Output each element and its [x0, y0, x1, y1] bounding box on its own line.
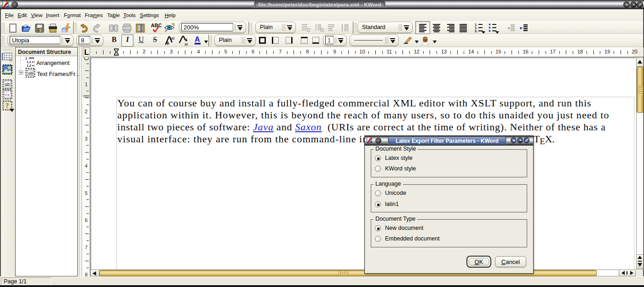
svg-text:aI: aI	[171, 36, 175, 41]
svg-text:1.: 1.	[25, 57, 28, 60]
svg-text:A: A	[195, 35, 200, 43]
svg-text:ABC: ABC	[151, 23, 161, 28]
svg-text:?: ?	[6, 102, 9, 109]
svg-text:2.: 2.	[475, 26, 477, 29]
svg-text:aI: aI	[184, 42, 188, 47]
svg-text:ab: ab	[5, 82, 11, 87]
svg-text:3.: 3.	[475, 29, 477, 33]
svg-text:1.1: 1.1	[27, 60, 31, 64]
svg-text:1.: 1.	[475, 23, 477, 26]
svg-text:1.2: 1.2	[27, 64, 31, 67]
svg-text:√x: √x	[5, 92, 10, 97]
svg-text:ab: ab	[29, 71, 33, 76]
